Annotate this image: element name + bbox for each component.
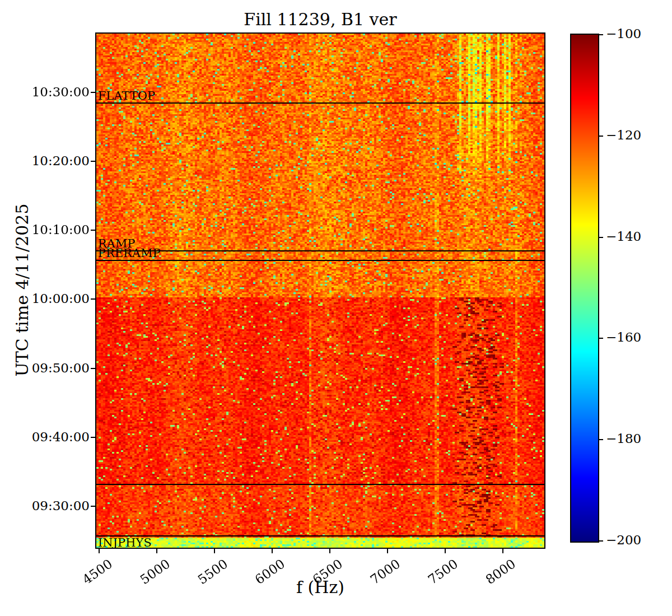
colorbar-tick-mark: [599, 540, 603, 542]
x-tick-mark: [99, 549, 100, 553]
y-axis-label: UTC time 4/11/2025: [14, 204, 31, 377]
x-tick-mark: [214, 549, 215, 553]
colorbar: [570, 34, 599, 543]
colorbar-tick-label: −180: [606, 432, 641, 445]
beam-mode-line-injphys: [96, 535, 544, 536]
plot-title: Fill 11239, B1 ver: [96, 11, 544, 28]
y-tick-label: 10:00:00: [32, 292, 90, 305]
colorbar-tick-label: −160: [606, 331, 641, 344]
beam-mode-line-flattop: [96, 102, 544, 104]
x-tick-mark: [329, 549, 330, 553]
y-tick-mark: [91, 437, 95, 438]
colorbar-tick-mark: [599, 338, 603, 339]
spectrogram-canvas: [96, 34, 544, 548]
beam-mode-label-flattop: FLATTOP: [98, 90, 155, 102]
y-tick-mark: [91, 506, 95, 507]
colorbar-tick-mark: [599, 34, 603, 35]
beam-mode-line-preramp: [96, 260, 544, 261]
spectrogram-figure: Fill 11239, B1 ver FLATTOPRAMPPRERAMPINJ…: [0, 0, 672, 616]
y-tick-label: 09:50:00: [32, 362, 90, 375]
colorbar-tick-label: −100: [606, 27, 641, 40]
colorbar-tick-label: −120: [606, 129, 641, 142]
y-tick-label: 09:30:00: [32, 500, 90, 512]
colorbar-canvas: [571, 35, 598, 542]
y-tick-mark: [91, 161, 95, 162]
y-tick-label: 10:30:00: [32, 86, 90, 99]
y-tick-mark: [91, 230, 95, 231]
colorbar-tick-mark: [599, 136, 603, 137]
colorbar-tick-mark: [599, 237, 603, 238]
colorbar-tick-label: −200: [606, 534, 641, 547]
y-tick-mark: [91, 92, 95, 93]
plot-area: FLATTOPRAMPPRERAMPINJPHYS: [95, 32, 545, 549]
y-tick-label: 09:40:00: [32, 431, 90, 444]
y-tick-mark: [91, 368, 95, 369]
x-tick-mark: [272, 549, 273, 553]
x-tick-mark: [156, 549, 157, 553]
y-tick-label: 10:20:00: [32, 155, 90, 167]
colorbar-tick-mark: [599, 439, 603, 440]
x-tick-mark: [502, 549, 503, 553]
beam-mode-line-unnamed: [96, 484, 544, 485]
x-tick-mark: [387, 549, 388, 553]
colorbar-tick-label: −140: [606, 230, 641, 243]
y-tick-mark: [91, 298, 95, 300]
beam-mode-line-ramp: [96, 250, 544, 251]
beam-mode-label-preramp: PRERAMP: [98, 248, 161, 259]
y-tick-label: 10:10:00: [32, 223, 90, 236]
x-tick-mark: [445, 549, 446, 553]
beam-mode-label-injphys: INJPHYS: [98, 537, 152, 549]
